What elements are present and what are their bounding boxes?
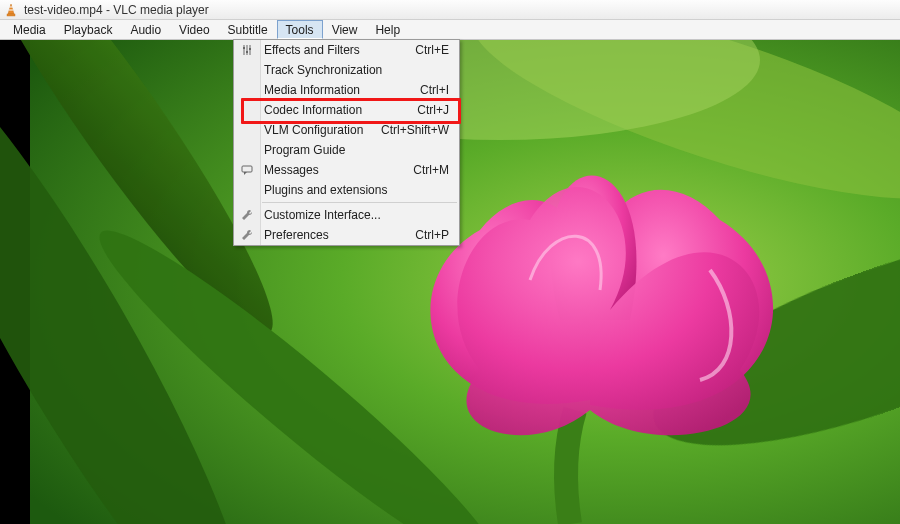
menu-item-preferences[interactable]: Preferences Ctrl+P	[234, 225, 459, 245]
sliders-icon	[238, 40, 256, 60]
vlc-cone-icon	[4, 3, 18, 17]
wrench-icon	[238, 205, 256, 225]
menu-item-program-guide[interactable]: Program Guide	[234, 140, 459, 160]
window-title: test-video.mp4 - VLC media player	[24, 3, 209, 17]
svg-rect-17	[249, 48, 251, 50]
menu-audio[interactable]: Audio	[121, 20, 170, 39]
menu-item-shortcut: Ctrl+P	[415, 228, 459, 242]
menu-item-shortcut: Ctrl+Shift+W	[381, 123, 459, 137]
svg-rect-16	[246, 51, 248, 53]
menu-subtitle[interactable]: Subtitle	[219, 20, 277, 39]
menu-item-label: Plugins and extensions	[264, 183, 449, 197]
menu-item-vlm-config[interactable]: VLM Configuration Ctrl+Shift+W	[234, 120, 459, 140]
menu-media[interactable]: Media	[4, 20, 55, 39]
svg-rect-1	[9, 6, 12, 7]
menu-item-label: Preferences	[264, 228, 415, 242]
menu-item-shortcut: Ctrl+I	[420, 83, 459, 97]
menu-item-label: Program Guide	[264, 143, 449, 157]
menu-item-label: Effects and Filters	[264, 43, 415, 57]
menu-item-messages[interactable]: Messages Ctrl+M	[234, 160, 459, 180]
svg-rect-18	[242, 166, 252, 172]
menu-help[interactable]: Help	[366, 20, 409, 39]
menu-item-customize-interface[interactable]: Customize Interface...	[234, 205, 459, 225]
menu-separator	[262, 202, 457, 203]
menu-item-label: Track Synchronization	[264, 63, 449, 77]
menu-item-shortcut: Ctrl+M	[413, 163, 459, 177]
menu-item-effects-filters[interactable]: Effects and Filters Ctrl+E	[234, 40, 459, 60]
menu-item-shortcut: Ctrl+J	[417, 103, 459, 117]
menu-view[interactable]: View	[323, 20, 367, 39]
menu-item-plugins[interactable]: Plugins and extensions	[234, 180, 459, 200]
message-icon	[238, 160, 256, 180]
menu-item-codec-info[interactable]: Codec Information Ctrl+J	[234, 100, 459, 120]
menu-item-label: VLM Configuration	[264, 123, 381, 137]
menu-item-label: Codec Information	[264, 103, 417, 117]
menu-item-label: Messages	[264, 163, 413, 177]
wrench-icon	[238, 225, 256, 245]
svg-rect-15	[243, 47, 245, 49]
menu-playback[interactable]: Playback	[55, 20, 122, 39]
tools-menu: Effects and Filters Ctrl+E Track Synchro…	[233, 39, 460, 246]
menu-item-media-info[interactable]: Media Information Ctrl+I	[234, 80, 459, 100]
svg-marker-0	[8, 4, 14, 14]
menu-tools[interactable]: Tools	[277, 20, 323, 39]
menu-bar: Media Playback Audio Video Subtitle Tool…	[0, 20, 900, 40]
svg-rect-2	[9, 9, 14, 10]
menu-item-label: Media Information	[264, 83, 420, 97]
menu-item-label: Customize Interface...	[264, 208, 449, 222]
menu-item-shortcut: Ctrl+E	[415, 43, 459, 57]
menu-video[interactable]: Video	[170, 20, 218, 39]
window-titlebar: test-video.mp4 - VLC media player	[0, 0, 900, 20]
svg-rect-3	[7, 14, 15, 16]
menu-item-track-sync[interactable]: Track Synchronization	[234, 60, 459, 80]
